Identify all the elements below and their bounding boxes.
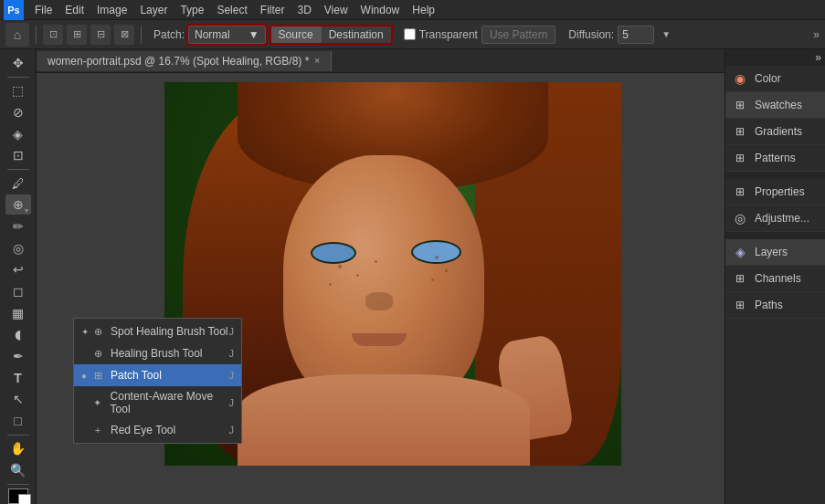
properties-panel-item[interactable]: ⊞ Properties — [725, 179, 825, 205]
patterns-label: Patterns — [755, 152, 796, 164]
menu-3d[interactable]: 3D — [291, 2, 316, 18]
tab-name: women-portrait.psd @ 16.7% (Spot Healing… — [48, 55, 309, 68]
tool-separator-2 — [7, 169, 29, 170]
home-button[interactable]: ⌂ — [5, 23, 29, 47]
swatches-label: Swatches — [755, 99, 802, 111]
right-panel: » ◉ Color ⊞ Swatches ⊞ Gradients ⊞ Patte… — [725, 49, 825, 504]
path-select-tool[interactable]: ↖ — [5, 389, 31, 409]
right-collapse-icon[interactable]: » — [813, 28, 820, 41]
properties-label: Properties — [755, 185, 805, 198]
menu-view[interactable]: View — [319, 2, 354, 18]
healing-brush-shortcut: J — [229, 348, 235, 359]
destination-button[interactable]: Destination — [322, 26, 391, 43]
healing-tool active[interactable]: ⊕ ▼ — [5, 194, 31, 215]
crop-tool[interactable]: ⊡ — [5, 145, 31, 165]
spot-healing-icon: ✦ — [81, 327, 89, 337]
new-selection-icon[interactable]: ⊞ — [67, 25, 87, 45]
menu-file[interactable]: File — [29, 2, 58, 18]
paths-icon: ⊞ — [733, 298, 747, 312]
panel-group-separator-1 — [725, 172, 825, 179]
marquee-tool[interactable]: ⬚ — [5, 80, 31, 100]
eye-right — [411, 240, 461, 264]
adjustments-label: Adjustme... — [755, 212, 809, 225]
spot-healing-label: Spot Healing Brush Tool — [111, 325, 228, 338]
right-panel-collapse[interactable]: » — [725, 49, 825, 66]
menu-layer[interactable]: Layer — [134, 2, 173, 18]
spot-healing-tool-item[interactable]: ✦ ⊕ Spot Healing Brush Tool J — [74, 320, 241, 342]
menu-filter[interactable]: Filter — [255, 2, 291, 18]
tab-close-button[interactable]: × — [314, 56, 320, 66]
layers-label: Layers — [755, 246, 788, 258]
clone-tool[interactable]: ◎ — [5, 238, 31, 258]
channels-icon: ⊞ — [733, 271, 747, 286]
transparent-checkbox[interactable] — [404, 28, 416, 40]
subtract-selection-icon[interactable]: ⊟ — [90, 25, 111, 45]
history-brush-tool[interactable]: ↩ — [5, 259, 31, 279]
patch-tool-item[interactable]: ● ⊞ Patch Tool J — [74, 364, 241, 386]
content-aware-move-tool-item[interactable]: ✦ Content-Aware Move Tool J — [74, 386, 241, 419]
tab-bar: women-portrait.psd @ 16.7% (Spot Healing… — [37, 49, 725, 73]
menu-window[interactable]: Window — [355, 2, 406, 18]
tool-separator-1 — [7, 77, 29, 78]
menu-edit[interactable]: Edit — [59, 2, 90, 18]
patch-mode-dropdown[interactable]: Normal ▼ — [188, 26, 266, 44]
brush-tool[interactable]: ✏ — [5, 216, 31, 236]
patch-mode-value: Normal — [195, 28, 230, 41]
patch-symbol: ⊞ — [90, 368, 105, 383]
selection-icon[interactable]: ⊡ — [43, 25, 63, 45]
gradients-label: Gradients — [755, 125, 802, 138]
pen-tool[interactable]: ✒ — [5, 346, 31, 366]
tool-separator-4 — [7, 484, 29, 485]
toolbar-separator-1 — [36, 26, 37, 44]
flyout-menu: ✦ ⊕ Spot Healing Brush Tool J ⊕ Healing … — [73, 318, 242, 444]
hand-tool[interactable]: ✋ — [5, 438, 31, 458]
red-eye-label: Red Eye Tool — [111, 424, 175, 436]
healing-brush-tool-item[interactable]: ⊕ Healing Brush Tool J — [74, 342, 241, 364]
channels-panel-item[interactable]: ⊞ Channels — [725, 266, 825, 292]
diffusion-arrow[interactable]: ▼ — [661, 29, 671, 39]
paths-panel-item[interactable]: ⊞ Paths — [725, 292, 825, 319]
properties-icon: ⊞ — [733, 184, 747, 199]
menu-bar: Ps File Edit Image Layer Type Select Fil… — [0, 0, 825, 20]
diffusion-input[interactable] — [618, 26, 654, 44]
canvas-content[interactable]: ✦ ⊕ Spot Healing Brush Tool J ⊕ Healing … — [37, 73, 725, 504]
eyedropper-tool[interactable]: 🖊 — [5, 173, 31, 194]
freckle-4 — [435, 256, 439, 259]
swatches-panel-item[interactable]: ⊞ Swatches — [725, 92, 825, 119]
channels-label: Channels — [755, 272, 801, 285]
dodge-tool[interactable]: ◖ — [5, 324, 31, 344]
menu-type[interactable]: Type — [175, 2, 209, 18]
menu-image[interactable]: Image — [91, 2, 132, 18]
freckle-7 — [431, 278, 434, 281]
quick-select-tool[interactable]: ◈ — [5, 124, 31, 144]
transparent-option[interactable]: Transparent — [404, 28, 478, 41]
freckle-1 — [338, 265, 342, 268]
spot-healing-shortcut: J — [229, 326, 235, 337]
patterns-panel-item[interactable]: ⊞ Patterns — [725, 145, 825, 172]
document-tab[interactable]: women-portrait.psd @ 16.7% (Spot Healing… — [37, 51, 332, 71]
lasso-tool[interactable]: ⊘ — [5, 102, 31, 122]
shoulder — [238, 374, 530, 466]
intersect-selection-icon[interactable]: ⊠ — [114, 25, 134, 45]
background-color[interactable] — [18, 494, 31, 504]
adjustments-panel-item[interactable]: ◎ Adjustme... — [725, 205, 825, 232]
layers-panel-item[interactable]: ◈ Layers — [725, 239, 825, 266]
menu-select[interactable]: Select — [211, 2, 252, 18]
ps-logo: Ps — [4, 0, 24, 20]
tool-separator-3 — [7, 435, 29, 436]
gradient-tool[interactable]: ▦ — [5, 303, 31, 323]
color-panel-item[interactable]: ◉ Color — [725, 66, 825, 92]
menu-help[interactable]: Help — [407, 2, 440, 18]
red-eye-tool-item[interactable]: + Red Eye Tool J — [74, 419, 241, 441]
zoom-tool[interactable]: 🔍 — [5, 460, 31, 480]
move-tool[interactable]: ✥ — [5, 53, 31, 73]
patch-active-indicator: ● — [81, 371, 89, 381]
gradients-panel-item[interactable]: ⊞ Gradients — [725, 119, 825, 145]
type-tool[interactable]: T — [5, 368, 31, 388]
shape-tool[interactable]: □ — [5, 411, 31, 431]
red-eye-shortcut: J — [229, 425, 235, 436]
toolbar-separator-2 — [141, 26, 142, 44]
foreground-color[interactable] — [8, 488, 28, 504]
eraser-tool[interactable]: ◻ — [5, 281, 31, 301]
source-button[interactable]: Source — [271, 26, 321, 43]
